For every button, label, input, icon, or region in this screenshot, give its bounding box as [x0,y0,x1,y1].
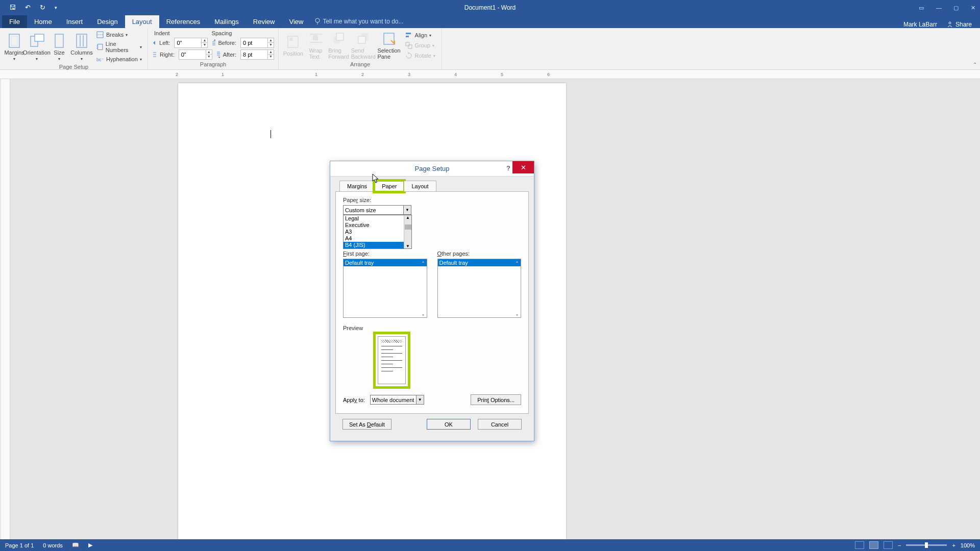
selection-pane-button[interactable]: Selection Pane [377,30,400,61]
align-button[interactable]: Align▾ [403,31,437,40]
chevron-down-icon[interactable]: ▼ [403,206,411,214]
dialog-help-icon[interactable]: ? [506,164,510,172]
indent-label: Indent [154,30,170,36]
print-options-button[interactable]: Print Options... [471,394,521,405]
macro-icon[interactable]: ▶ [88,542,92,548]
web-layout-icon[interactable] [884,541,893,549]
dropdown-scrollbar[interactable]: ▲▼ [404,215,411,248]
svg-text:2: 2 [96,47,98,49]
tab-review[interactable]: Review [246,15,282,28]
svg-rect-7 [55,34,63,47]
document-workspace: 2 1 1 2 3 4 5 6 Page Setup ? ✕ Margins P… [0,70,980,539]
horizontal-ruler[interactable]: 2 1 1 2 3 4 5 6 [0,70,980,79]
dialog-close-button[interactable]: ✕ [512,161,534,173]
share-button[interactable]: Share [946,21,972,28]
group-label-arrange: Arrange [283,61,437,68]
ribbon-display-icon[interactable]: ▭ [919,5,925,11]
read-mode-icon[interactable] [855,541,864,549]
document-title: Document1 - Word [464,4,516,11]
zoom-in-button[interactable]: + [952,542,955,548]
svg-rect-35 [336,33,344,40]
dialog-titlebar[interactable]: Page Setup ? ✕ [330,161,534,177]
maximize-icon[interactable]: ▢ [953,5,960,11]
dropdown-item-legal[interactable]: Legal [344,215,411,222]
group-page-setup: Margins▾ Orientation▾ Size▾ Columns▾ Bre… [0,28,148,69]
group-paragraph: Indent Spacing Left: ▲▼ Before: ▲▼ Right… [148,28,279,69]
size-button[interactable]: Size▾ [49,32,69,62]
dropdown-item-a3[interactable]: A3 [344,229,411,235]
account-name[interactable]: Mark LaBarr [903,21,937,28]
undo-icon[interactable]: ↶ [25,4,31,11]
tab-references[interactable]: References [159,15,207,28]
paper-size-label: Paper size: [343,197,521,203]
svg-rect-42 [408,45,412,48]
first-page-listbox[interactable]: Default tray ▴▾ [343,259,427,318]
ok-button[interactable]: OK [427,419,471,430]
cancel-button[interactable]: Cancel [478,419,522,430]
tab-home[interactable]: Home [27,15,59,28]
bring-forward-button: Bring Forward [328,30,350,61]
collapse-ribbon-icon[interactable]: ⌃ [973,62,977,67]
tab-mailings[interactable]: Mailings [207,15,246,28]
indent-right-label: Right: [160,52,176,58]
close-window-icon[interactable]: ✕ [971,5,977,11]
svg-rect-41 [406,42,409,46]
line-numbers-button[interactable]: 12Line Numbers▾ [94,40,144,54]
dialog-tab-layout[interactable]: Layout [404,181,436,192]
zoom-slider[interactable] [906,544,947,546]
margins-button[interactable]: Margins▾ [4,32,24,62]
tab-layout[interactable]: Layout [125,15,159,28]
spacing-after-icon [215,51,220,59]
ribbon: Margins▾ Orientation▾ Size▾ Columns▾ Bre… [0,28,980,70]
rotate-button: Rotate▾ [403,51,437,60]
paper-size-dropdown: Legal Executive A3 A4 B4 (JIS) ▲▼ [343,215,412,249]
dropdown-item-b4jis[interactable]: B4 (JIS) [344,242,411,248]
group-label-paragraph: Paragraph [152,61,274,68]
paper-size-combo[interactable]: Custom size ▼ Legal Executive A3 A4 B4 (… [343,205,411,215]
save-icon[interactable]: 🖫 [9,4,16,11]
vertical-ruler[interactable] [1,79,10,539]
dropdown-item-a4[interactable]: A4 [344,235,411,242]
redo-icon[interactable]: ↻ [40,4,45,11]
breaks-button[interactable]: Breaks▾ [94,30,144,39]
spellcheck-icon[interactable]: 📖 [72,542,79,548]
dialog-tab-paper[interactable]: Paper [374,181,404,192]
tell-me-search[interactable]: Tell me what you want to do... [310,15,407,28]
print-layout-icon[interactable] [869,541,878,549]
indent-left-label: Left: [159,40,171,46]
spacing-after-input[interactable]: ▲▼ [240,49,274,60]
status-page[interactable]: Page 1 of 1 [5,542,34,548]
indent-left-input[interactable]: ▲▼ [174,38,208,48]
dialog-title: Page Setup [415,165,450,172]
zoom-out-button[interactable]: − [898,542,901,548]
other-pages-listbox[interactable]: Default tray ▴▾ [437,259,522,318]
svg-rect-31 [313,35,318,40]
orientation-button[interactable]: Orientation▾ [27,32,47,62]
status-bar: Page 1 of 1 0 words 📖 ▶ − + 100% [0,539,980,551]
dropdown-item-executive[interactable]: Executive [344,222,411,229]
tab-insert[interactable]: Insert [59,15,90,28]
first-page-selected[interactable]: Default tray [344,259,427,266]
columns-button[interactable]: Columns▾ [71,32,92,62]
svg-rect-39 [406,33,411,34]
other-pages-selected[interactable]: Default tray [438,259,521,266]
hyphenation-button[interactable]: bc⁻Hyphenation▾ [94,55,144,64]
tab-file[interactable]: File [2,15,27,28]
lightbulb-icon [314,17,321,26]
spacing-before-input[interactable]: ▲▼ [240,38,274,48]
minimize-icon[interactable]: — [936,5,942,11]
qat-customize-icon[interactable]: ▾ [55,5,57,10]
svg-rect-30 [289,38,292,41]
tab-design[interactable]: Design [90,15,125,28]
spacing-before-icon [211,39,215,47]
tab-view[interactable]: View [282,15,310,28]
dialog-tab-margins[interactable]: Margins [339,181,375,192]
set-as-default-button[interactable]: Set As Default [342,419,391,430]
svg-rect-38 [384,33,394,44]
apply-to-combo[interactable]: Whole document ▼ [370,395,424,405]
status-words[interactable]: 0 words [43,542,63,548]
zoom-level[interactable]: 100% [961,542,975,548]
chevron-down-icon[interactable]: ▼ [416,395,424,404]
indent-right-input[interactable]: ▲▼ [179,49,212,60]
title-bar: 🖫 ↶ ↻ ▾ Document1 - Word ▭ — ▢ ✕ [0,0,980,15]
